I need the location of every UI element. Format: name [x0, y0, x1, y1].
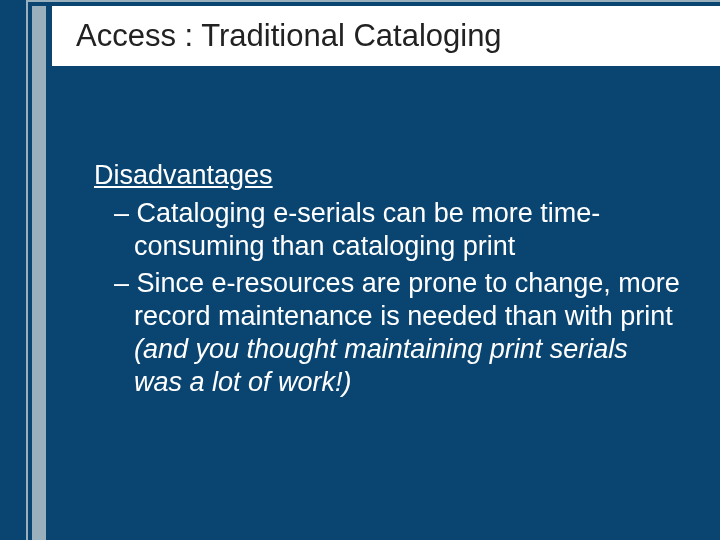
bullet-text: Cataloging e-serials can be more time-co…	[134, 198, 600, 261]
slide-side-stripe	[32, 6, 46, 540]
bullet-item: – Since e-resources are prone to change,…	[94, 267, 680, 399]
bullet-dash: –	[114, 198, 137, 228]
bullet-dash: –	[114, 268, 137, 298]
bullet-italic: (and you thought maintaining print seria…	[134, 334, 628, 397]
slide-content: Disadvantages – Cataloging e-serials can…	[94, 160, 680, 403]
title-bar: Access : Traditional Cataloging	[52, 6, 720, 68]
section-heading: Disadvantages	[94, 160, 680, 191]
bullet-item: – Cataloging e-serials can be more time-…	[94, 197, 680, 263]
slide-title: Access : Traditional Cataloging	[76, 18, 502, 54]
bullet-text: Since e-resources are prone to change, m…	[134, 268, 680, 331]
